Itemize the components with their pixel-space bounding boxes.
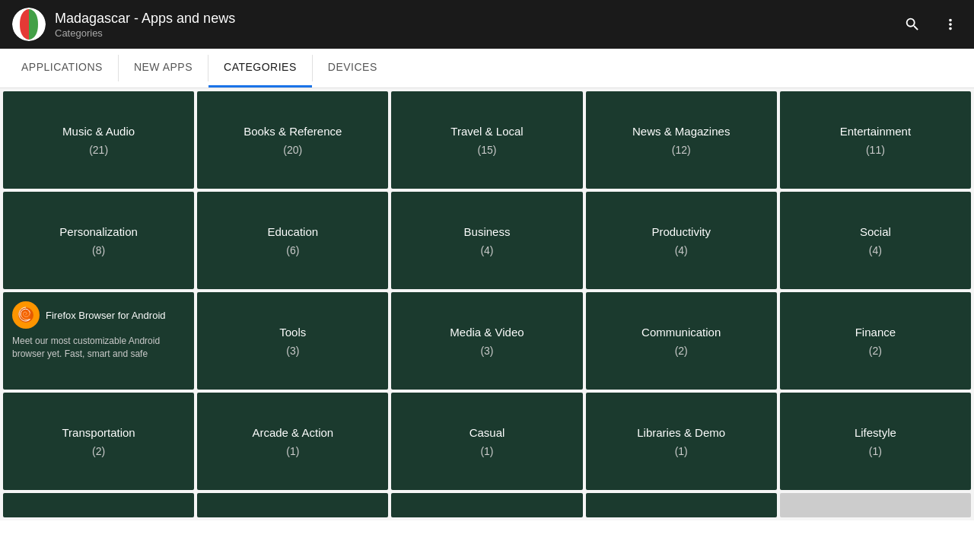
category-finance[interactable]: Finance (2): [780, 292, 971, 390]
more-vert-icon: [942, 16, 959, 33]
category-casual[interactable]: Casual (1): [391, 393, 582, 490]
category-music-audio[interactable]: Music & Audio (21): [3, 91, 194, 189]
category-travel-local[interactable]: Travel & Local (15): [391, 91, 582, 189]
header-text-block: Madagascar - Apps and news Categories: [55, 10, 901, 39]
promo-header: Firefox Browser for Android: [12, 301, 166, 329]
tab-applications[interactable]: Applications: [6, 49, 118, 88]
category-arcade-action[interactable]: Arcade & Action (1): [197, 393, 388, 490]
header-subtitle: Categories: [55, 27, 901, 39]
svg-point-3: [21, 310, 30, 320]
category-personalization[interactable]: Personalization (8): [3, 192, 194, 289]
promo-firefox[interactable]: Firefox Browser for Android Meet our mos…: [3, 292, 194, 390]
category-tools[interactable]: Tools (3): [197, 292, 388, 390]
app-header: Madagascar - Apps and news Categories: [0, 0, 974, 49]
category-books-reference[interactable]: Books & Reference (20): [197, 91, 388, 189]
category-news-magazines[interactable]: News & Magazines (12): [586, 91, 777, 189]
category-business[interactable]: Business (4): [391, 192, 582, 289]
category-communication[interactable]: Communication (2): [586, 292, 777, 390]
more-options-button[interactable]: [939, 13, 962, 36]
promo-app-name: Firefox Browser for Android: [46, 310, 166, 321]
nav-tabs: Applications New apps Categories Devices: [0, 49, 974, 88]
search-icon: [904, 16, 921, 33]
firefox-icon: [12, 301, 40, 329]
tab-devices[interactable]: Devices: [313, 49, 393, 88]
header-title: Madagascar - Apps and news: [55, 10, 901, 27]
categories-grid: Music & Audio (21) Books & Reference (20…: [0, 88, 974, 520]
category-extra-1[interactable]: [3, 493, 194, 517]
category-lifestyle[interactable]: Lifestyle (1): [780, 393, 971, 490]
promo-description: Meet our most customizable Android brows…: [12, 335, 185, 361]
category-entertainment[interactable]: Entertainment (11): [780, 91, 971, 189]
search-button[interactable]: [901, 13, 924, 36]
category-extra-3[interactable]: [391, 493, 582, 517]
app-logo: [12, 8, 46, 41]
category-extra-2[interactable]: [197, 493, 388, 517]
category-social[interactable]: Social (4): [780, 192, 971, 289]
header-actions: [901, 13, 962, 36]
category-libraries-demo[interactable]: Libraries & Demo (1): [586, 393, 777, 490]
category-extra-5[interactable]: [780, 493, 971, 517]
category-productivity[interactable]: Productivity (4): [586, 192, 777, 289]
category-transportation[interactable]: Transportation (2): [3, 393, 194, 490]
category-education[interactable]: Education (6): [197, 192, 388, 289]
category-extra-4[interactable]: [586, 493, 777, 517]
tab-categories[interactable]: Categories: [208, 49, 312, 88]
category-media-video[interactable]: Media & Video (3): [391, 292, 582, 390]
tab-new-apps[interactable]: New apps: [119, 49, 208, 88]
